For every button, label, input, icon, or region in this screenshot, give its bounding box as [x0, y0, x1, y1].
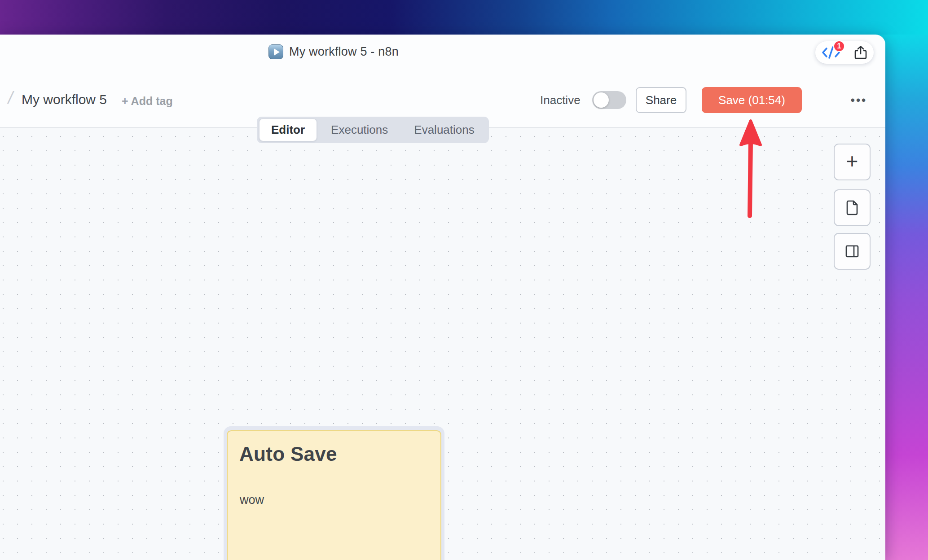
sticky-note-title: Auto Save	[239, 443, 337, 465]
add-tag-button[interactable]: + Add tag	[122, 95, 173, 108]
share-export-icon[interactable]	[853, 45, 868, 61]
browser-window: My workflow 5 - n8n 1 / My workflow 5 + …	[0, 35, 885, 560]
add-sticky-note-button[interactable]	[834, 189, 871, 226]
toggle-knob	[594, 92, 609, 108]
tab-executions[interactable]: Executions	[319, 119, 400, 141]
breadcrumb-slash: /	[8, 88, 13, 108]
tab-evaluations[interactable]: Evaluations	[402, 119, 486, 141]
save-button[interactable]: Save (01:54)	[702, 87, 802, 113]
annotation-arrow	[736, 118, 765, 222]
toggle-panel-button[interactable]	[834, 233, 871, 270]
sticky-note-surface: Auto Save wow	[227, 430, 441, 560]
more-options-button[interactable]: •••	[844, 87, 874, 113]
sticky-note-body: wow	[240, 493, 264, 507]
view-tabs: Editor Executions Evaluations	[257, 117, 489, 143]
wallpaper-top-strip	[0, 0, 928, 35]
sticky-note[interactable]: Auto Save wow	[224, 426, 444, 560]
extension-pill: 1	[815, 41, 874, 64]
inactive-label: Inactive	[540, 93, 581, 107]
tab-editor[interactable]: Editor	[259, 119, 317, 141]
activation-toggle[interactable]	[592, 91, 626, 109]
desktop: My workflow 5 - n8n 1 / My workflow 5 + …	[0, 0, 928, 560]
browser-tab-title: My workflow 5 - n8n	[289, 45, 399, 59]
workflow-title[interactable]: My workflow 5	[22, 92, 107, 107]
play-button-emoji-icon	[268, 44, 283, 59]
share-button[interactable]: Share	[636, 87, 686, 113]
document-icon	[843, 199, 861, 217]
add-node-button[interactable]: +	[834, 144, 871, 180]
extension-notification-badge: 1	[833, 40, 845, 52]
split-panel-icon	[843, 242, 861, 260]
plus-icon: +	[846, 151, 858, 171]
browser-tab-title-group: My workflow 5 - n8n	[268, 44, 399, 59]
